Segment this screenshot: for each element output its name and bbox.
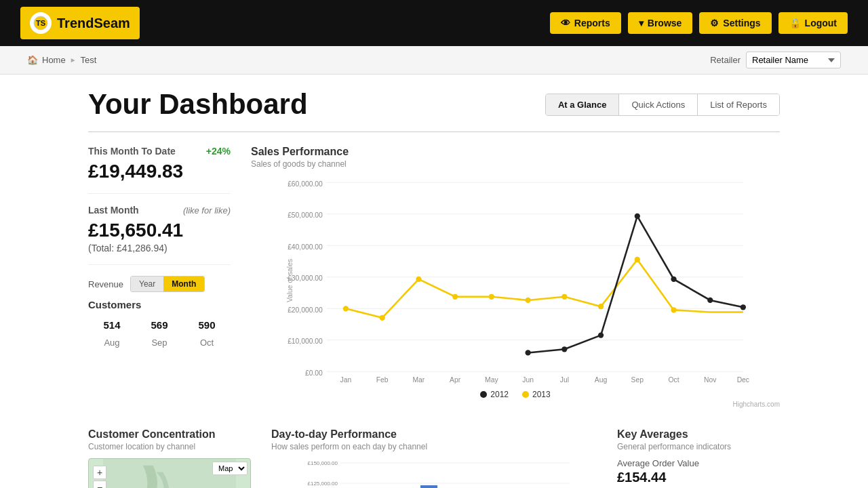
svg-point-35 — [561, 294, 567, 300]
page-header: Your Dashboard At a Glance Quick Actions… — [88, 88, 780, 121]
this-month-value: £19,449.83 — [88, 161, 231, 182]
svg-point-30 — [380, 315, 385, 321]
customer-concentration-card: Customer Concentration Customer location… — [88, 428, 251, 488]
svg-text:£50,000.00: £50,000.00 — [288, 211, 323, 219]
svg-text:£20,000.00: £20,000.00 — [288, 306, 323, 314]
settings-button[interactable]: ⚙ Settings — [699, 12, 771, 34]
customers-title: Customers — [88, 299, 231, 310]
lock-icon: 🔒 — [789, 18, 801, 28]
key-averages-title: Key Averages — [617, 428, 780, 441]
reports-button[interactable]: 👁 Reports — [550, 12, 621, 34]
customers-block: Customers 514 569 590 Aug Sep Oct — [88, 299, 231, 351]
this-month-block: This Month To Date +24% £19,449.83 — [88, 146, 231, 194]
retailer-label: Retailer — [710, 55, 741, 65]
toggle-month[interactable]: Month — [163, 277, 204, 291]
customers-sep-value: 569 — [136, 316, 183, 334]
tab-quick-actions[interactable]: Quick Actions — [618, 94, 697, 115]
customers-oct-month: Oct — [183, 334, 231, 351]
svg-point-44 — [707, 298, 713, 303]
legend-2013: 2013 — [522, 390, 551, 399]
customers-aug-month: Aug — [88, 334, 136, 351]
svg-point-43 — [671, 277, 676, 282]
map-zoom-in[interactable]: + — [93, 466, 106, 479]
svg-text:Oct: Oct — [668, 376, 679, 384]
day-performance-card: Day-to-day Performance How sales perform… — [271, 428, 597, 488]
avg-order-value-label: Average Order Value — [617, 458, 780, 468]
sales-chart-container: £60,000.00 £50,000.00 £40,000.00 £30,000… — [251, 176, 780, 386]
map-placeholder: + − 📍 North Se... Map — [88, 458, 251, 488]
map-controls: + − — [93, 466, 106, 488]
svg-point-32 — [452, 294, 458, 300]
svg-point-31 — [416, 277, 421, 282]
logout-button[interactable]: 🔒 Logout — [778, 12, 848, 34]
tab-list-of-reports[interactable]: List of Reports — [697, 94, 779, 115]
last-month-block: Last Month (like for like) £15,650.41 (T… — [88, 205, 231, 265]
home-link[interactable]: Home — [42, 55, 66, 65]
svg-text:Feb: Feb — [376, 376, 389, 384]
svg-text:£0.00: £0.00 — [305, 369, 323, 377]
chevron-down-icon: ▾ — [639, 18, 644, 28]
legend-2012-label: 2012 — [490, 390, 509, 399]
svg-text:Apr: Apr — [450, 376, 461, 384]
svg-text:Mar: Mar — [413, 376, 425, 384]
chart-panel: Sales Performance Sales of goods by chan… — [251, 146, 780, 408]
svg-text:Dec: Dec — [737, 376, 749, 384]
page-content: Your Dashboard At a Glance Quick Actions… — [61, 75, 807, 488]
svg-point-34 — [525, 298, 530, 303]
svg-point-38 — [671, 307, 676, 312]
svg-point-36 — [598, 304, 604, 309]
svg-point-33 — [489, 294, 494, 300]
key-averages-subtitle: General performance indicators — [617, 442, 780, 451]
svg-text:£60,000.00: £60,000.00 — [288, 180, 323, 188]
svg-text:Value of sales: Value of sales — [286, 259, 294, 302]
eye-icon: 👁 — [561, 18, 570, 28]
svg-text:Jun: Jun — [522, 376, 534, 384]
browse-button[interactable]: ▾ Browse — [628, 12, 693, 34]
avg-order-value: £154.44 — [617, 470, 780, 485]
last-month-sublabel: (like for like) — [183, 205, 231, 216]
customers-aug-value: 514 — [88, 316, 136, 334]
bar-chart-svg: £150,000.00 £125,000.00 £100,000.00 — [271, 458, 597, 488]
svg-text:Jul: Jul — [560, 376, 569, 384]
chart-legend: 2012 2013 — [251, 390, 780, 399]
svg-text:£125,000.00: £125,000.00 — [308, 481, 338, 487]
customers-oct-value: 590 — [183, 316, 231, 334]
logo-text: TrendSeam — [57, 16, 130, 31]
customers-months-row: Aug Sep Oct — [88, 334, 231, 351]
svg-point-45 — [741, 304, 746, 310]
avg-order-value-block: Average Order Value £154.44 — [617, 458, 780, 485]
legend-2013-label: 2013 — [532, 390, 551, 399]
breadcrumb: 🏠 Home ► Test — [27, 55, 96, 65]
legend-2013-dot — [522, 391, 529, 398]
tab-group: At a Glance Quick Actions List of Report… — [545, 94, 780, 116]
map-zoom-out[interactable]: − — [93, 481, 106, 488]
toggle-year[interactable]: Year — [131, 277, 163, 291]
map-type-select[interactable]: Map — [212, 462, 248, 475]
revenue-toggle: Revenue Year Month — [88, 276, 231, 292]
customer-concentration-subtitle: Customer location by channel — [88, 442, 251, 451]
breadcrumb-bar: 🏠 Home ► Test Retailer Retailer Name — [0, 46, 868, 75]
breadcrumb-current: Test — [81, 55, 97, 65]
svg-text:£150,000.00: £150,000.00 — [308, 460, 338, 466]
this-month-change: +24% — [206, 146, 231, 157]
last-month-label: Last Month — [88, 205, 139, 216]
home-icon: 🏠 — [27, 55, 38, 65]
highcharts-credit: Highcharts.com — [251, 401, 780, 408]
logo[interactable]: TS TrendSeam — [20, 7, 140, 39]
bottom-grid: Customer Concentration Customer location… — [88, 428, 780, 488]
day-performance-subtitle: How sales perform on each day by channel — [271, 442, 597, 451]
retailer-select[interactable]: Retailer Name — [746, 52, 841, 68]
main-grid: This Month To Date +24% £19,449.83 Last … — [88, 146, 780, 408]
svg-text:TS: TS — [36, 19, 45, 27]
sales-chart-svg: £60,000.00 £50,000.00 £40,000.00 £30,000… — [251, 176, 780, 386]
customers-table: 514 569 590 Aug Sep Oct — [88, 316, 231, 351]
svg-text:Sep: Sep — [631, 376, 644, 384]
tab-at-a-glance[interactable]: At a Glance — [546, 94, 619, 115]
svg-point-40 — [561, 346, 567, 352]
last-month-total: (Total: £41,286.94) — [88, 243, 231, 253]
svg-text:£40,000.00: £40,000.00 — [288, 243, 323, 251]
day-performance-title: Day-to-day Performance — [271, 428, 597, 441]
svg-point-41 — [598, 332, 604, 338]
customers-sep-month: Sep — [136, 334, 183, 351]
page-title: Your Dashboard — [88, 88, 308, 121]
